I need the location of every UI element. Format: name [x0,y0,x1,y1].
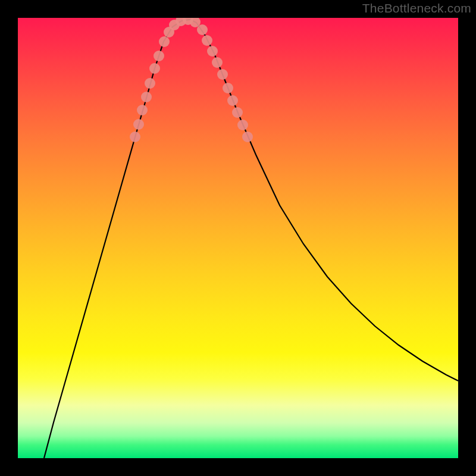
bottleneck-curve [44,20,458,458]
data-markers [130,18,253,142]
data-marker [137,105,148,115]
data-marker [133,119,144,130]
data-marker [227,95,238,106]
data-marker [217,69,228,80]
chart-frame: TheBottleneck.com [0,0,476,476]
data-marker [242,131,253,142]
data-marker [154,51,164,61]
data-marker [159,36,170,47]
data-marker [197,24,208,35]
plot-area [18,18,458,458]
data-marker [207,46,218,57]
chart-svg [18,18,458,458]
data-marker [130,131,140,142]
data-marker [145,78,155,89]
watermark-text: TheBottleneck.com [362,1,471,15]
data-marker [202,35,212,46]
data-marker [212,57,223,68]
data-marker [223,83,233,93]
data-marker [237,120,248,130]
data-marker [232,107,243,118]
data-marker [149,63,160,74]
data-marker [141,92,152,102]
